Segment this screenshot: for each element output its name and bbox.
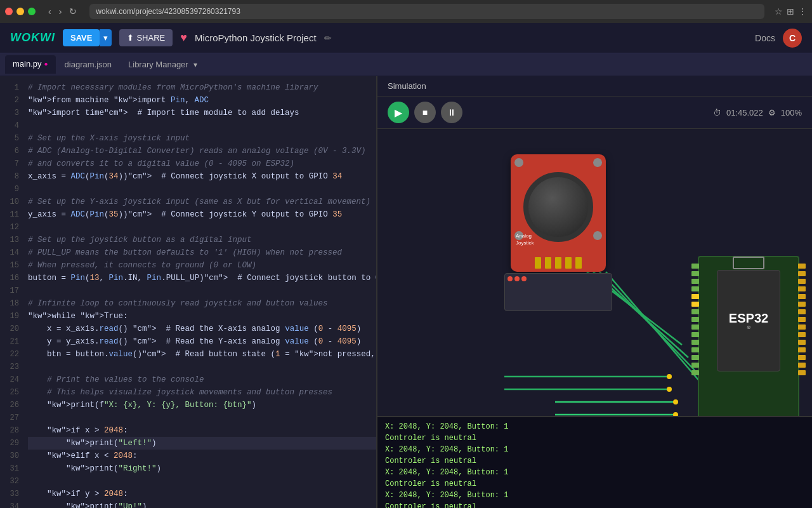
esp-pin-l10	[691, 332, 699, 337]
esp-pin-l7	[691, 309, 699, 314]
code-editor: 1234567891011121314151617181920212223242…	[0, 76, 377, 508]
esp-pin-l1	[691, 264, 699, 269]
time-display: 01:45.022	[726, 108, 763, 117]
esp-pin-r9	[798, 324, 806, 330]
svg-line-3	[606, 272, 701, 383]
save-button[interactable]: SAVE	[63, 29, 100, 46]
tab-label: Library Manager	[128, 60, 188, 69]
joystick-pin-4	[565, 257, 572, 269]
joystick-pin-1	[535, 257, 541, 269]
simulation-header: Simulation	[377, 76, 812, 97]
esp32-board: ESP32 ⊛ Boot EN	[698, 256, 799, 416]
svg-point-11	[673, 412, 678, 416]
esp-pin-l11	[691, 340, 699, 345]
console-line: X: 2048, Y: 2048, Button: 1	[385, 467, 804, 478]
save-dropdown-button[interactable]: ▾	[100, 29, 112, 46]
svg-line-2	[599, 272, 695, 370]
serial-console: X: 2048, Y: 2048, Button: 1Controler is …	[377, 416, 812, 508]
share-icon: ⬆	[127, 33, 134, 43]
modified-indicator: ●	[44, 60, 48, 67]
joystick-pin-5	[575, 257, 582, 269]
extensions-icon[interactable]: ⊞	[787, 6, 794, 17]
address-bar[interactable]: wokwi.com/projects/423085397260321793	[89, 4, 764, 19]
tab-label: main.py	[13, 59, 42, 69]
esp-pin-r12	[798, 347, 806, 352]
code-lines[interactable]: # Import necessary modules from MicroPyt…	[23, 76, 376, 508]
browser-chrome: ‹ › ↻ wokwi.com/projects/423085397260321…	[0, 0, 812, 23]
joystick-board: Analog Joystick	[511, 154, 606, 272]
play-button[interactable]: ▶	[388, 102, 409, 123]
forward-button[interactable]: ›	[56, 5, 65, 18]
code-content[interactable]: 1234567891011121314151617181920212223242…	[0, 76, 376, 508]
user-avatar[interactable]: C	[783, 29, 802, 48]
close-button[interactable]	[5, 8, 13, 15]
esp-pin-r6	[798, 302, 806, 307]
clock-icon: ⏱	[713, 108, 721, 117]
esp32-label: ESP32	[729, 312, 768, 324]
esp-pin-r10	[798, 332, 806, 337]
minimize-button[interactable]	[16, 8, 24, 15]
esp-pin-r8	[798, 317, 806, 322]
esp-pin-l12	[691, 347, 699, 352]
esp-pin-r5	[798, 294, 806, 299]
esp32-module: ESP32 ⊛	[717, 270, 780, 371]
browser-nav: ‹ › ↻	[46, 5, 79, 18]
joystick-corner-tr	[593, 158, 602, 167]
edit-title-icon[interactable]: ✏	[324, 33, 332, 43]
back-button[interactable]: ‹	[46, 5, 54, 18]
svg-point-9	[667, 387, 672, 392]
simulation-tab[interactable]: Simulation	[388, 81, 426, 91]
project-title: MicroPython Joystick Project	[195, 32, 317, 43]
joystick-corner-tl	[514, 158, 523, 167]
joystick-pins	[535, 257, 582, 269]
library-manager-arrow[interactable]: ▾	[191, 58, 200, 72]
svg-point-8	[667, 374, 672, 379]
bookmark-icon[interactable]: ☆	[775, 6, 783, 17]
simulation-controls: ▶ ■ ⏸ ⏱ 01:45.022 ⚙ 100%	[377, 97, 812, 129]
tab-diagram-json[interactable]: diagram.json	[57, 56, 119, 73]
console-line: X: 2048, Y: 2048, Button: 1	[385, 490, 804, 501]
esp-pin-r4	[798, 286, 806, 291]
zoom-display: 100%	[781, 108, 802, 117]
console-line: X: 2048, Y: 2048, Button: 1	[385, 421, 804, 432]
app-bar: WOKWI SAVE ▾ ⬆ SHARE ♥ MicroPython Joyst…	[0, 23, 812, 53]
joystick-label: Analog Joystick	[516, 233, 534, 246]
favorite-button[interactable]: ♥	[180, 31, 187, 44]
console-line: Controler is neutral	[385, 455, 804, 467]
esp-pin-l13	[691, 355, 699, 360]
tab-label: diagram.json	[65, 60, 112, 69]
joystick-pin-2	[545, 257, 551, 269]
esp-pin-r13	[798, 355, 806, 360]
esp32-pins-right	[798, 264, 806, 375]
url-text: wokwi.com/projects/423085397260321793	[96, 7, 240, 16]
circuit-canvas[interactable]: Analog Joystick	[377, 129, 812, 416]
stop-button[interactable]: ■	[414, 102, 436, 123]
joystick-component: Analog Joystick	[511, 154, 606, 272]
console-line: Controler is neutral	[385, 478, 804, 490]
simulation-panel: Simulation ▶ ■ ⏸ ⏱ 01:45.022 ⚙ 100%	[377, 76, 812, 508]
esp-pin-r2	[798, 271, 806, 276]
console-line: X: 2048, Y: 2048, Button: 1	[385, 444, 804, 455]
esp-pin-l9	[691, 324, 699, 330]
pause-button[interactable]: ⏸	[441, 102, 462, 123]
esp-pin-l4	[691, 286, 699, 291]
file-tabs: main.py ● diagram.json Library Manager ▾	[0, 53, 812, 76]
esp-pin-l2	[691, 271, 699, 276]
menu-icon[interactable]: ⋮	[798, 6, 807, 17]
esp-pin-r14	[798, 363, 806, 368]
esp32-pins-left	[691, 264, 699, 375]
esp-pin-r7	[798, 309, 806, 314]
misc-component	[504, 273, 612, 311]
joystick-cap[interactable]	[523, 172, 593, 242]
docs-button[interactable]: Docs	[755, 33, 775, 43]
browser-icons: ☆ ⊞ ⋮	[775, 6, 807, 17]
tab-library-manager[interactable]: Library Manager ▾	[121, 54, 207, 76]
tab-main-py[interactable]: main.py ●	[5, 55, 56, 74]
simulation-time: ⏱ 01:45.022 ⚙ 100%	[713, 108, 802, 117]
share-button[interactable]: ⬆ SHARE	[119, 29, 173, 46]
esp-pin-l14	[691, 363, 699, 368]
esp-pin-r1	[798, 264, 806, 269]
esp-pin-l8	[691, 317, 699, 322]
maximize-button[interactable]	[28, 8, 36, 15]
reload-button[interactable]: ↻	[67, 5, 79, 18]
